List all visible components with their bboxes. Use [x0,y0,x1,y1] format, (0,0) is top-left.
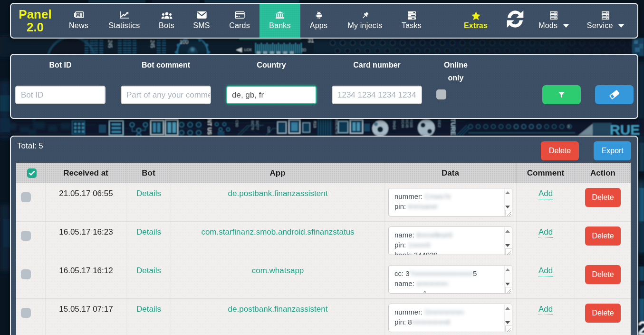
svg-text:2: 2 [637,317,644,335]
